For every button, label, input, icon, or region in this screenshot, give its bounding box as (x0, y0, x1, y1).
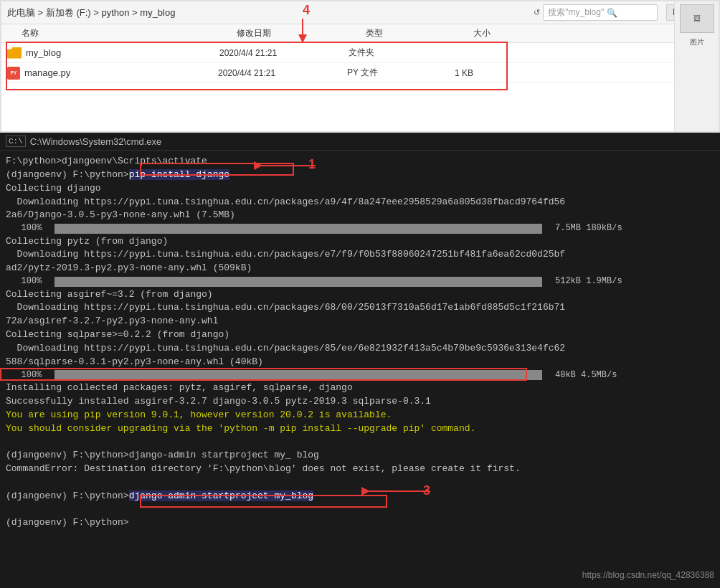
col-date-header[interactable]: 修改日期 (237, 27, 366, 39)
startproject-highlight: django-admin startproject my_blog (129, 490, 313, 501)
search-icon[interactable]: 🔍 (607, 8, 617, 18)
search-placeholder: 搜索"my_blog" (548, 6, 604, 19)
cmd-line (6, 476, 714, 490)
progress-bar-3 (55, 370, 542, 380)
cmd-line: 2a6/Django-3.0.5-py3-none-any.whl (7.5MB… (6, 209, 714, 222)
cmd-line: 72a/asgiref-3.2.7-py2.py3-none-any.whl (6, 315, 714, 328)
refresh-icon[interactable]: ↺ (534, 8, 540, 17)
cmd-line-startproject: (djangoenv) F:\python>django-admin start… (6, 490, 714, 503)
cmd-line (6, 435, 714, 449)
breadcrumb: 此电脑 > 新加卷 (F:) > python > my_blog (7, 6, 175, 19)
cmd-line: Collecting asgiref~=3.2 (from django) (6, 288, 714, 302)
file-date-myblog: 2020/4/4 21:21 (219, 48, 349, 58)
file-date-managepy: 2020/4/4 21:21 (218, 68, 347, 78)
cmd-line: F:\python>djangoenv\Scripts\activate (6, 155, 714, 169)
annotation-3: 3 (423, 481, 430, 500)
cmd-line: Downloading https://pypi.tuna.tsinghua.e… (6, 248, 714, 262)
col-type-header[interactable]: 类型 (366, 27, 473, 39)
cmd-titlebar: C:\ C:\Windows\System32\cmd.exe (0, 133, 720, 151)
pip-install-highlight: pip install django (129, 169, 229, 180)
progress-bar-2 (55, 277, 542, 287)
cmd-line (6, 503, 714, 517)
cmd-success-line: Successfully installed asgiref-3.2.7 dja… (6, 395, 714, 409)
cmd-line: Installing collected packages: pytz, asg… (6, 381, 714, 395)
file-list: my_blog 2020/4/4 21:21 文件夹 PY manage.py … (1, 43, 719, 83)
file-type-managepy: PY 文件 (347, 67, 455, 79)
column-headers: 名称 修改日期 类型 大小 (1, 24, 719, 43)
list-item[interactable]: my_blog 2020/4/4 21:21 文件夹 (1, 43, 719, 63)
file-name-managepy: manage.py (24, 67, 218, 78)
py-icon: PY (7, 67, 20, 80)
file-size-managepy: 1 KB (455, 68, 526, 78)
cmd-icon: C:\ (6, 136, 26, 147)
cmd-progress-1: 100% 7.5MB 180kB/s (6, 222, 714, 234)
cmd-line: Collecting pytz (from django) (6, 235, 714, 249)
cmd-section: C:\ C:\Windows\System32\cmd.exe F:\pytho… (0, 133, 720, 588)
side-image-1: 🖼 (680, 4, 714, 33)
cmd-line: (djangoenv) F:\python>django-admin start… (6, 449, 714, 463)
cmd-progress-2: 100% 512kB 1.9MB/s (6, 275, 714, 288)
file-type-myblog: 文件夹 (349, 47, 456, 59)
progress-bar-1 (55, 224, 542, 234)
file-name-myblog: my_blog (26, 47, 219, 58)
cmd-line: Downloading https://pypi.tuna.tsinghua.e… (6, 342, 714, 356)
cmd-line: Downloading https://pypi.tuna.tsinghua.e… (6, 301, 714, 315)
cmd-warning-2: You should consider upgrading via the 'p… (6, 422, 714, 436)
cmd-progress-3: 100% 40kB 4.5MB/s (6, 369, 714, 381)
cmd-line: ad2/pytz-2019.3-py2.py3-none-any.whl (50… (6, 262, 714, 275)
cmd-title: C:\Windows\System32\cmd.exe (30, 136, 162, 147)
list-item[interactable]: PY manage.py 2020/4/4 21:21 PY 文件 1 KB (1, 63, 719, 83)
cmd-prompt-final: (djangoenv) F:\python> (6, 516, 714, 530)
search-box[interactable]: 搜索"my_blog" 🔍 (543, 4, 658, 21)
col-size-header[interactable]: 大小 (473, 27, 545, 39)
folder-icon (7, 47, 22, 59)
cmd-line: Downloading https://pypi.tuna.tsinghua.e… (6, 196, 714, 209)
right-panel: 🖼 图片 (674, 1, 719, 133)
file-explorer: 此电脑 > 新加卷 (F:) > python > my_blog ↺ 搜索"m… (0, 0, 720, 133)
col-name-header[interactable]: 名称 (22, 27, 237, 39)
cmd-error-line: CommandError: Destination directory 'F:\… (6, 463, 714, 476)
cmd-line: Collecting django (6, 182, 714, 196)
side-label: 图片 (690, 37, 704, 47)
cmd-content: F:\python>djangoenv\Scripts\activate (dj… (0, 151, 720, 586)
watermark: https://blog.csdn.net/qq_42836388 (582, 569, 714, 582)
annotation-1: 1 (308, 155, 316, 174)
breadcrumb-bar: 此电脑 > 新加卷 (F:) > python > my_blog ↺ 搜索"m… (1, 1, 719, 24)
cmd-line: 588/sqlparse-0.3.1-py2.py3-none-any.whl … (6, 356, 714, 369)
cmd-line: (djangoenv) F:\python>pip install django (6, 169, 714, 182)
annotation-4: 4 (303, 3, 310, 18)
cmd-line: Collecting sqlparse>=0.2.2 (from django) (6, 328, 714, 342)
cmd-warning-1: You are using pip version 9.0.1, however… (6, 409, 714, 422)
